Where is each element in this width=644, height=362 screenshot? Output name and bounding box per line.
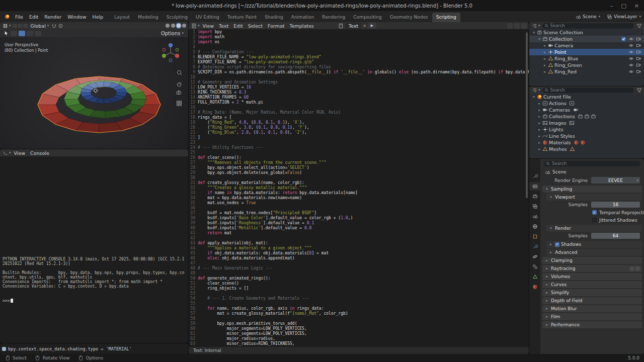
disclosure-triangle-icon[interactable]: ▸ <box>544 275 549 279</box>
select-box-tool-icon[interactable] <box>3 30 9 36</box>
code-line[interactable]: 21 ("Ring_Blue", 2.0, (0.1, 0.1, 0.8), '… <box>189 130 529 135</box>
code-line[interactable]: 38 bsdf.inputs['Base Color'].default_val… <box>189 216 529 221</box>
code-line[interactable]: 44 """Applies a material to a given obje… <box>189 246 529 251</box>
workspace-tab-texture-paint[interactable]: Texture Paint <box>223 13 261 22</box>
disclosure-triangle-icon[interactable]: ▾ <box>537 37 542 41</box>
code-line[interactable]: 20 ("Ring_Green", 3.0, (0.1, 0.8, 0.1), … <box>189 125 529 130</box>
eye-icon[interactable] <box>628 36 634 42</box>
menu-edit[interactable]: Edit <box>26 14 41 20</box>
code-line[interactable]: 1import bpy <box>189 30 529 35</box>
checkbox-shadows[interactable]: ✓ <box>555 242 559 247</box>
code-line[interactable]: 26def clear_scene(): <box>189 155 529 160</box>
properties-tab-material[interactable] <box>529 283 540 291</box>
code-line[interactable]: 2import math <box>189 35 529 40</box>
panel-header-sampling[interactable]: ▾Sampling <box>542 186 642 193</box>
tool-options-dropdown[interactable]: Options ▾ <box>159 31 185 36</box>
disclosure-triangle-icon[interactable]: ▸ <box>548 242 553 246</box>
text-menu-edit[interactable]: Edit <box>231 23 245 29</box>
move-view-icon[interactable] <box>178 82 181 86</box>
checkbox-jittered-shadows[interactable] <box>592 218 597 222</box>
transform-orientation-dropdown[interactable]: Global ▾ <box>29 23 51 29</box>
disclosure-triangle-icon[interactable]: ▸ <box>537 147 542 151</box>
tree-row-current-file[interactable]: ▾Current File <box>529 94 644 100</box>
code-line[interactable]: 18rings_data = [ <box>189 115 529 120</box>
console-body[interactable]: PYTHON INTERACTIVE CONSOLE 3.14.0 (main,… <box>0 156 188 343</box>
code-line[interactable]: 19 ("Ring_Red", 4.0, (0.8, 0.1, 0.1), 'X… <box>189 120 529 125</box>
disclosure-triangle-icon[interactable]: ▸ <box>544 299 549 303</box>
disclosure-triangle-icon[interactable]: ▸ <box>544 291 549 295</box>
select-mode-subtract-button[interactable] <box>27 31 33 36</box>
workspace-tab-layout[interactable]: Layout <box>110 13 134 22</box>
code-line[interactable]: 31def create_glossy_material(name, color… <box>189 180 529 186</box>
checkon-icon[interactable] <box>620 36 626 42</box>
tree-row-lights[interactable]: ▸Lights <box>529 126 644 133</box>
properties-tab-render[interactable] <box>529 182 540 191</box>
code-line[interactable]: 8# Determine script directory for saving… <box>189 65 529 70</box>
zoom-icon[interactable] <box>177 70 182 75</box>
tree-row-images[interactable]: ▸Images <box>529 120 644 126</box>
checkbox-row-temporal-reprojection[interactable]: ✓Temporal Reprojection <box>540 209 644 216</box>
code-line[interactable]: 41 return mat <box>189 231 529 236</box>
code-line[interactable]: 62 major_radius=radius, <box>189 336 529 341</box>
camv-icon[interactable] <box>635 56 641 62</box>
code-line[interactable]: 49 <box>189 271 529 276</box>
outliner-search[interactable] <box>542 23 634 29</box>
filter-icon[interactable] <box>636 23 642 29</box>
panel-header-motion-blur[interactable]: ▸Motion Blur <box>542 305 642 312</box>
workspace-tab-shading[interactable]: Shading <box>261 13 287 22</box>
render-engine-dropdown[interactable]: EEVEE ▾ <box>591 177 640 184</box>
workspace-tab-scripting[interactable]: Scripting <box>432 13 460 22</box>
code-line[interactable]: 50def generate_animated_rings(): <box>189 276 529 281</box>
disclosure-triangle-icon[interactable]: ▸ <box>537 121 542 125</box>
disclosure-triangle-icon[interactable]: ▸ <box>544 315 549 319</box>
code-line[interactable]: 53 <box>189 291 529 296</box>
disclosure-triangle-icon[interactable]: ▸ <box>544 258 549 262</box>
properties-tab-output[interactable] <box>529 192 540 201</box>
panel-header-depth-of-field[interactable]: ▸Depth of Field <box>542 297 642 304</box>
menu-render[interactable]: Render <box>41 14 64 20</box>
maximize-button[interactable]: □ <box>621 3 626 9</box>
disclosure-triangle-icon[interactable]: ▸ <box>544 266 549 270</box>
editor-type-icon[interactable] <box>2 23 8 29</box>
code-line[interactable]: 58 <box>189 316 529 321</box>
panel-header-curves[interactable]: ▸Curves <box>542 281 642 288</box>
menu-file[interactable]: File <box>12 14 26 20</box>
workspace-tab-animation[interactable]: Animation <box>287 13 318 22</box>
disclosure-triangle-icon[interactable]: ▾ <box>548 226 553 230</box>
word-wrap-toggle-icon[interactable] <box>514 23 520 29</box>
text-menu-select[interactable]: Select <box>246 23 265 29</box>
tree-row-point[interactable]: ▸Point <box>529 49 644 55</box>
panel-header-simplify[interactable]: ▸Simplify <box>542 289 642 296</box>
disclosure-triangle-icon[interactable]: ▸ <box>548 250 553 254</box>
disclosure-triangle-icon[interactable]: ▸ <box>542 44 547 48</box>
code-line[interactable]: 57 mat = create_glossy_material(f"{name}… <box>189 311 529 316</box>
workspace-tab-modeling[interactable]: Modeling <box>134 13 163 22</box>
camv-icon[interactable] <box>635 62 641 68</box>
camera-view-icon[interactable] <box>177 90 181 94</box>
code-line[interactable]: 51 clear_scene() <box>189 281 529 286</box>
disclosure-triangle-icon[interactable]: ▸ <box>537 141 542 145</box>
code-line[interactable]: 14ANIMATION_FRAMES = 60 <box>189 95 529 100</box>
field-value-samples[interactable]: 16 <box>591 202 640 208</box>
workspace-tab-compositing[interactable]: Compositing <box>349 13 385 22</box>
code-line[interactable]: 55 <box>189 301 529 306</box>
text-datablock-browse-icon[interactable] <box>338 23 344 29</box>
eye-icon[interactable] <box>628 43 634 49</box>
select-mode-extend-button[interactable] <box>19 31 25 36</box>
scene-selector[interactable]: Scene ▾ <box>575 14 600 20</box>
select-mode-buttons[interactable] <box>12 23 29 29</box>
console-menu-console[interactable]: Console <box>28 150 52 156</box>
console-menu-view[interactable]: View <box>12 150 28 156</box>
text-menu-templates[interactable]: Templates <box>287 23 316 29</box>
code-line[interactable]: 45 if obj.data.materials: obj.data.mater… <box>189 251 529 256</box>
text-menu-format[interactable]: Format <box>265 23 287 29</box>
disclosure-triangle-icon[interactable]: ▸ <box>537 115 542 119</box>
editor-type-icon[interactable] <box>191 23 197 29</box>
tree-row-collections[interactable]: ▸Collections <box>529 113 644 120</box>
properties-tab-constraint[interactable] <box>529 262 540 271</box>
minimize-button[interactable]: – <box>610 3 613 9</box>
tree-row-cameras[interactable]: ▸Cameras <box>529 107 644 113</box>
panel-extra-buttons[interactable] <box>630 266 640 271</box>
disclosure-triangle-icon[interactable]: ▸ <box>537 128 542 132</box>
text-menu-view[interactable]: View <box>200 23 217 29</box>
